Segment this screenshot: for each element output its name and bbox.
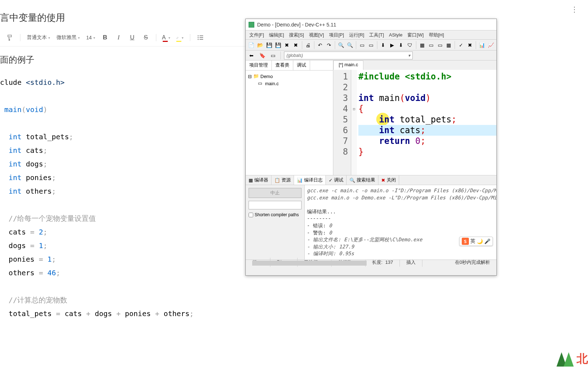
tree-root[interactable]: ⊟📁Demo xyxy=(248,73,331,80)
menu-view[interactable]: 视图[V] xyxy=(307,31,326,39)
separator xyxy=(20,34,20,41)
code-comment: //计算总的宠物数 xyxy=(0,294,245,306)
save-icon[interactable]: 💾 xyxy=(265,41,273,49)
check-icon: ✓ xyxy=(329,178,333,183)
code-line: cats = 2; xyxy=(0,226,245,238)
font-color-button[interactable]: A▾ xyxy=(163,34,170,41)
titlebar[interactable]: Demo - [Demo.dev] - Dev-C++ 5.11 xyxy=(246,19,496,30)
close-all-icon[interactable]: ✖ xyxy=(292,41,300,49)
scrollbar-thumb[interactable] xyxy=(252,261,367,266)
project-panel: 项目管理 查看类 调试 ⊟📁Demo ▭main.c xyxy=(246,60,333,175)
highlight-color-button[interactable]: ▾ xyxy=(176,34,183,41)
grid1-icon[interactable]: ▦ xyxy=(418,41,426,49)
code-editor[interactable]: 1 2 3 4 5 6 7 8 ⊟ #include <stdio.h> xyxy=(333,70,496,175)
separator xyxy=(156,34,156,41)
tab-project[interactable]: 项目管理 xyxy=(246,60,272,70)
delete-icon[interactable]: ✖ xyxy=(466,41,474,49)
tab-close[interactable]: ✖关闭 xyxy=(378,175,399,185)
find-icon[interactable]: 🔍 xyxy=(337,41,345,49)
code-line: int ponies; xyxy=(0,172,245,183)
italic-button[interactable]: I xyxy=(115,34,122,41)
replace-icon[interactable]: 🔍 xyxy=(346,41,354,49)
compile-log[interactable]: gcc.exe -c main.c -o main.o -I"D:/Progra… xyxy=(305,185,496,260)
app-icon xyxy=(249,22,254,28)
resource-icon: 📋 xyxy=(274,178,280,183)
paragraph-style-dropdown[interactable]: 普通文本▾ xyxy=(27,34,50,41)
chart-icon[interactable]: 📊 xyxy=(478,41,486,49)
separator xyxy=(416,41,416,49)
menu-edit[interactable]: 编辑[E] xyxy=(267,31,286,39)
close-icon[interactable]: ✖ xyxy=(283,41,291,49)
tab-compiler[interactable]: ▦编译器 xyxy=(246,175,271,185)
code-line: int cats; xyxy=(0,145,245,156)
grid3-icon[interactable]: ▭ xyxy=(436,41,444,49)
save-all-icon[interactable]: 💾 xyxy=(274,41,282,49)
check-icon[interactable]: ✓ xyxy=(457,41,465,49)
grid2-icon[interactable]: ▭ xyxy=(427,41,435,49)
globals-dropdown[interactable]: (globals)▾ xyxy=(284,52,413,59)
menu-window[interactable]: 窗口[W] xyxy=(405,31,426,39)
tab-compile-log[interactable]: 📊编译日志 xyxy=(294,175,326,185)
doc-subtitle: 面的例子 xyxy=(0,53,245,67)
separator xyxy=(314,41,314,49)
stats-icon[interactable]: 📈 xyxy=(487,41,495,49)
font-size-dropdown[interactable]: 14▾ xyxy=(86,35,95,40)
separator xyxy=(476,41,476,49)
kebab-menu-icon[interactable]: ⋮ xyxy=(571,5,578,14)
indent-icon[interactable]: ▭ xyxy=(358,41,366,49)
shorten-paths-checkbox[interactable]: Shorten compiler paths xyxy=(249,212,302,217)
compile-icon[interactable]: ⬇ xyxy=(379,41,387,49)
menu-project[interactable]: 项目[P] xyxy=(327,31,346,39)
code-content[interactable]: #include <stdio.h> int main(void) { int … xyxy=(357,70,496,175)
tab-debug[interactable]: 调试 xyxy=(293,60,310,70)
editor-tab-main[interactable]: [*] main.c xyxy=(333,60,363,70)
tab-classes[interactable]: 查看类 xyxy=(272,60,293,70)
outdent-icon[interactable]: ▭ xyxy=(367,41,375,49)
format-painter-icon[interactable] xyxy=(6,34,14,41)
bullet-list-button[interactable] xyxy=(197,34,204,41)
undo-icon[interactable]: ↶ xyxy=(316,41,324,49)
doc-title: 言中变量的使用 xyxy=(0,0,245,24)
tab-debug-output[interactable]: ✓调试 xyxy=(326,175,347,185)
logo-text: 北 xyxy=(577,351,588,367)
menubar: 文件[F] 编辑[E] 搜索[S] 视图[V] 项目[P] 运行[R] 工具[T… xyxy=(246,30,496,40)
svg-rect-1 xyxy=(200,35,203,36)
compile-input[interactable] xyxy=(249,201,302,209)
svg-rect-5 xyxy=(200,39,203,40)
run-icon[interactable]: ▶ xyxy=(388,41,396,49)
menu-help[interactable]: 帮助[H] xyxy=(427,31,446,39)
window-title: Demo - [Demo.dev] - Dev-C++ 5.11 xyxy=(257,22,336,28)
new-file-icon[interactable]: 📄 xyxy=(247,41,255,49)
code-line: others = 46; xyxy=(0,267,245,279)
bookmark-icon[interactable]: 🔖 xyxy=(258,51,266,60)
fold-toggle-icon[interactable]: ⊟ xyxy=(351,103,357,114)
menu-file[interactable]: 文件[F] xyxy=(247,31,266,39)
code-line: int others; xyxy=(0,185,245,197)
font-family-dropdown[interactable]: 微软雅黑▾ xyxy=(57,34,80,41)
open-file-icon[interactable]: 📂 xyxy=(256,41,264,49)
menu-run[interactable]: 运行[R] xyxy=(347,31,367,39)
watermark-logo: 北 xyxy=(557,350,588,368)
ime-indicator[interactable]: S 英 🌙 🎤 xyxy=(459,237,493,246)
horizontal-scrollbar[interactable] xyxy=(246,260,496,260)
stop-button[interactable]: 中止 xyxy=(249,188,302,198)
line-gutter: 1 2 3 4 5 6 7 8 xyxy=(333,70,351,175)
mic-icon: 🎤 xyxy=(484,238,490,244)
grid4-icon[interactable]: ▦ xyxy=(445,41,453,49)
goto-icon[interactable]: ⬅ xyxy=(247,51,256,60)
underline-button[interactable]: U xyxy=(129,34,136,41)
toggle-icon[interactable]: ▭ xyxy=(269,51,277,60)
menu-tools[interactable]: 工具[T] xyxy=(367,31,386,39)
tab-resources[interactable]: 📋资源 xyxy=(271,175,294,185)
tab-search-results[interactable]: 🔍搜索结果 xyxy=(347,175,378,185)
redo-icon[interactable]: ↷ xyxy=(325,41,333,49)
debug-icon[interactable]: 🛡 xyxy=(406,41,414,49)
bold-button[interactable]: B xyxy=(102,34,109,41)
strikethrough-button[interactable]: S xyxy=(142,34,150,41)
compile-run-icon[interactable]: ⬇ xyxy=(397,41,405,49)
print-icon[interactable]: 🖨 xyxy=(304,41,312,49)
svg-point-0 xyxy=(197,35,199,37)
menu-search[interactable]: 搜索[S] xyxy=(287,31,306,39)
tree-file[interactable]: ▭main.c xyxy=(258,80,331,87)
menu-astyle[interactable]: AStyle xyxy=(387,32,405,38)
